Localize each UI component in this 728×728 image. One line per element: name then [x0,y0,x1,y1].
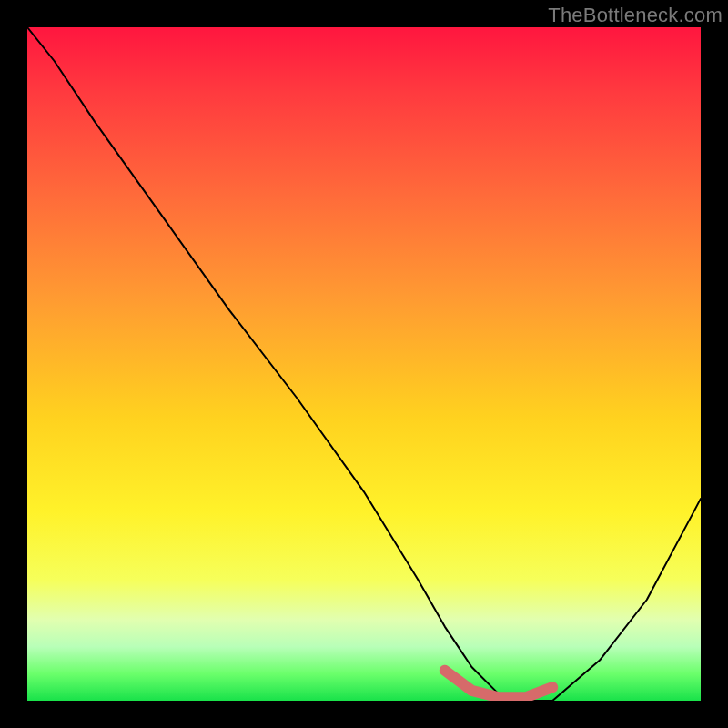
curve-layer [27,27,701,701]
attribution-text: TheBottleneck.com [548,4,723,27]
plot-area [27,27,701,701]
chart-frame: TheBottleneck.com [0,0,728,728]
main-curve [27,27,701,701]
flat-highlight [445,671,552,698]
